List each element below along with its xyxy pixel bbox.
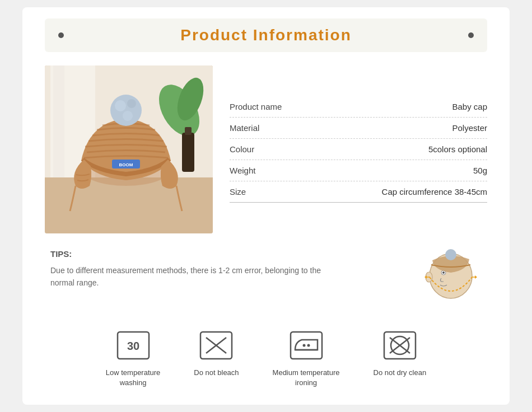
tips-title: TIPS: — [50, 249, 342, 259]
svg-point-10 — [110, 95, 142, 126]
info-row: Product name Baby cap — [230, 96, 487, 118]
svg-point-13 — [123, 111, 133, 121]
no-dry-clean-icon — [382, 327, 418, 363]
tips-text-block: TIPS: Due to different measurement metho… — [50, 249, 342, 289]
svg-rect-1 — [45, 177, 213, 233]
svg-text:30: 30 — [127, 340, 139, 352]
svg-point-20 — [445, 249, 456, 260]
info-row: Material Polyester — [230, 118, 487, 139]
info-value: 5colors optional — [428, 144, 487, 154]
product-info-table: Product name Baby cap Material Polyester… — [230, 65, 487, 233]
svg-point-11 — [115, 100, 126, 111]
care-item-no-bleach: Do not bleach — [194, 327, 239, 388]
product-info-card: Product Information — [22, 7, 510, 405]
info-label: Size — [230, 187, 246, 196]
header-dot-left — [58, 32, 64, 38]
header-bar: Product Information — [45, 18, 487, 52]
svg-rect-7 — [182, 133, 194, 172]
svg-point-32 — [302, 344, 305, 347]
care-label-low-temp-wash: Low temperature washing — [106, 368, 161, 388]
care-item-no-dry-clean: Do not dry clean — [374, 327, 427, 388]
care-label-medium-iron: Medium temperature ironing — [273, 368, 340, 388]
svg-rect-8 — [185, 127, 192, 135]
svg-rect-4 — [53, 65, 64, 177]
svg-marker-24 — [475, 275, 477, 279]
info-value: Baby cap — [452, 102, 487, 111]
info-row: Weight 50g — [230, 160, 487, 181]
info-label: Weight — [230, 166, 255, 175]
svg-point-12 — [127, 99, 136, 108]
tips-section: TIPS: Due to different measurement metho… — [45, 249, 487, 311]
care-label-no-bleach: Do not bleach — [194, 368, 239, 378]
no-bleach-icon — [198, 327, 234, 363]
main-content-row: BOOM Product name Baby cap Material Poly… — [45, 65, 487, 233]
info-label: Product name — [230, 102, 282, 111]
svg-point-18 — [442, 271, 445, 274]
care-icons-section: 30 Low temperature washing Do not bleach… — [45, 327, 487, 388]
low-temp-wash-icon: 30 — [115, 327, 151, 363]
info-row: Size Cap circumference 38-45cm — [230, 181, 487, 203]
info-label: Material — [230, 123, 259, 133]
header-dot-right — [468, 32, 474, 38]
svg-point-33 — [307, 344, 310, 347]
medium-iron-icon — [288, 327, 324, 363]
care-item-medium-iron: Medium temperature ironing — [273, 327, 340, 388]
tips-body: Due to different measurement methods, th… — [50, 264, 342, 289]
care-item-low-temp-wash: 30 Low temperature washing — [106, 327, 161, 388]
info-value: 50g — [473, 166, 487, 175]
info-value: Polyester — [452, 123, 487, 133]
head-measurement-diagram — [414, 249, 482, 311]
svg-text:BOOM: BOOM — [119, 162, 133, 167]
page-title: Product Information — [180, 26, 352, 44]
care-label-no-dry-clean: Do not dry clean — [374, 368, 427, 378]
info-label: Colour — [230, 144, 254, 154]
info-value: Cap circumference 38-45cm — [382, 187, 487, 196]
info-row: Colour 5colors optional — [230, 139, 487, 160]
product-image: BOOM — [45, 65, 213, 233]
